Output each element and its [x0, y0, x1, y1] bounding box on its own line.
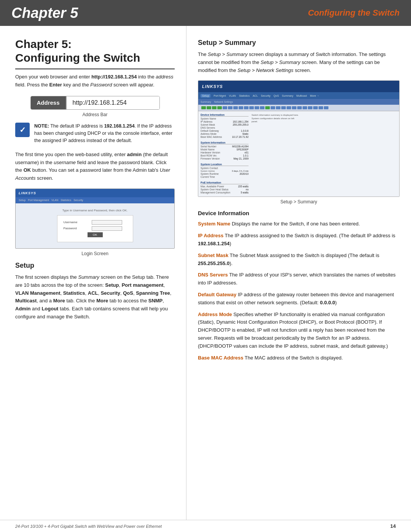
address-value: http://192.168.1.254: [66, 96, 159, 109]
header-bar: Chapter 5 Configuring the Switch: [0, 0, 411, 26]
sm-port-21: [308, 106, 312, 109]
footer-text: 24-Port 10/100 + 4-Port Gigabit Switch w…: [15, 524, 162, 529]
sm-port-8: [239, 106, 243, 109]
right-column: Setup > Summary The Setup > Summary scre…: [186, 26, 411, 520]
sm-logo: LINKSYS: [202, 84, 223, 89]
sm-port-4: [217, 106, 222, 109]
sm-port-16: [281, 106, 286, 109]
header-title: Configuring the Switch: [308, 8, 400, 18]
sm-port-20: [303, 106, 307, 109]
sm-tabs-row: Setup Port Mgmt VLAN Statistics ACL Secu…: [198, 92, 399, 99]
sm-port-24: [324, 106, 328, 109]
sm-tab-acl[interactable]: ACL: [253, 94, 258, 97]
address-caption: Address Bar: [15, 112, 175, 117]
sm-port-19: [297, 106, 302, 109]
setup-heading: Setup: [15, 262, 175, 270]
info-base-mac: Base MAC Address The MAC address of the …: [198, 354, 400, 362]
sm-device-info-title: Device Information: [201, 113, 249, 117]
sm-syslocal-title: System Location: [201, 163, 249, 166]
sm-port-2: [207, 106, 211, 109]
setup-summary-heading: Setup > Summary: [198, 39, 400, 47]
login-screen-mock: LINKSYS Setup Port Management VLAN Stati…: [15, 189, 175, 249]
info-default-gateway: Default Gateway IP address of the gatewa…: [198, 291, 400, 307]
sm-port-14: [271, 106, 275, 109]
sm-tab-more[interactable]: More →: [310, 94, 319, 97]
sm-subtab-summary[interactable]: Summary: [201, 101, 211, 103]
info-ip-address: IP Address The IP address assigned to th…: [198, 232, 400, 248]
intro-paragraph: Open your web browser and enter http://1…: [15, 73, 175, 89]
left-column: Chapter 5: Configuring the Switch Open y…: [0, 26, 186, 520]
sm-port-icons: [198, 105, 399, 111]
summary-screen-mock: LINKSYS Setup Port Mgmt VLAN Statistics …: [198, 80, 400, 197]
sm-port-18: [292, 106, 296, 109]
sm-tab-security[interactable]: Security: [261, 94, 271, 97]
sm-subtab-netsettings[interactable]: Network Settings: [214, 101, 233, 103]
sm-tab-qos[interactable]: QoS: [274, 94, 279, 97]
mock-ok-button[interactable]: OK: [88, 232, 103, 237]
sm-port-3: [212, 106, 217, 109]
sm-poe-title: PoE Information: [201, 181, 249, 184]
sm-tab-stats[interactable]: Statistics: [239, 94, 250, 97]
sm-subtabs: Summary Network Settings: [198, 99, 399, 105]
sm-right-panel: Switch information summary is displayed …: [251, 113, 300, 195]
setup-paragraph: The first screen displays the Summary sc…: [15, 273, 175, 321]
mock-logo: LINKSYS: [19, 191, 36, 195]
mock-password-input[interactable]: [92, 226, 122, 231]
body-paragraph-1: The first time you open the web-based ut…: [15, 151, 175, 182]
device-info-heading: Device Information: [198, 210, 400, 216]
sm-system-info-title: System Information: [201, 141, 249, 144]
summary-caption: Setup > Summary: [198, 199, 400, 204]
sm-port-13: [265, 106, 270, 109]
sm-device-info-panel: Device Information System Name IP Addres…: [200, 113, 249, 195]
sm-port-15: [276, 106, 280, 109]
mock-username-input[interactable]: [92, 220, 122, 225]
sm-tab-multicast[interactable]: Multicast: [296, 94, 307, 97]
sm-port-10: [249, 106, 254, 109]
address-label: Address: [31, 96, 66, 109]
sm-port-6: [228, 106, 233, 109]
footer-page: 14: [390, 523, 396, 529]
footer: 24-Port 10/100 + 4-Port Gigabit Switch w…: [0, 520, 411, 532]
sm-port-23: [319, 106, 323, 109]
sm-tab-port[interactable]: Port Mgmt: [213, 94, 226, 97]
sm-tab-setup[interactable]: Setup: [201, 94, 210, 97]
sm-port-7: [233, 106, 238, 109]
sm-tab-vlan[interactable]: VLAN: [229, 94, 236, 97]
address-bar-mock: Address http://192.168.1.254: [30, 96, 160, 110]
sm-port-9: [244, 106, 249, 109]
login-caption: Login Screen: [15, 251, 175, 256]
info-subnet-mask: Subnet Mask The Subnet Mask assigned to …: [198, 252, 400, 268]
header-chapter-label: Chapter 5: [11, 5, 78, 21]
summary-paragraph: The Setup > Summary screen displays a su…: [198, 51, 400, 74]
sm-port-1: [201, 106, 206, 109]
sm-port-11: [255, 106, 259, 109]
mock-password-label: Password: [64, 227, 90, 230]
sm-port-22: [313, 106, 318, 109]
info-dns-servers: DNS Servers The IP address of your ISP's…: [198, 271, 400, 287]
sm-body: Device Information System Name IP Addres…: [198, 111, 399, 197]
mock-form-area: Username Password OK: [57, 215, 133, 242]
main-content: Chapter 5: Configuring the Switch Open y…: [0, 26, 411, 520]
sm-port-5: [223, 106, 227, 109]
note-box: ✓ NOTE: The default IP address is 192.16…: [15, 123, 175, 145]
sm-tab-summary[interactable]: Summary: [282, 94, 293, 97]
sm-port-12: [260, 106, 264, 109]
info-address-mode: Address Mode Specifies whether IP functi…: [198, 311, 400, 350]
chapter-title: Chapter 5: Configuring the Switch: [15, 37, 175, 69]
note-icon: ✓: [15, 123, 30, 137]
sm-port-17: [287, 106, 291, 109]
mock-username-label: Username: [64, 220, 90, 224]
info-system-name: System Name Displays the name for the Sw…: [198, 220, 400, 228]
note-text: NOTE: The default IP address is 192.168.…: [34, 123, 175, 145]
